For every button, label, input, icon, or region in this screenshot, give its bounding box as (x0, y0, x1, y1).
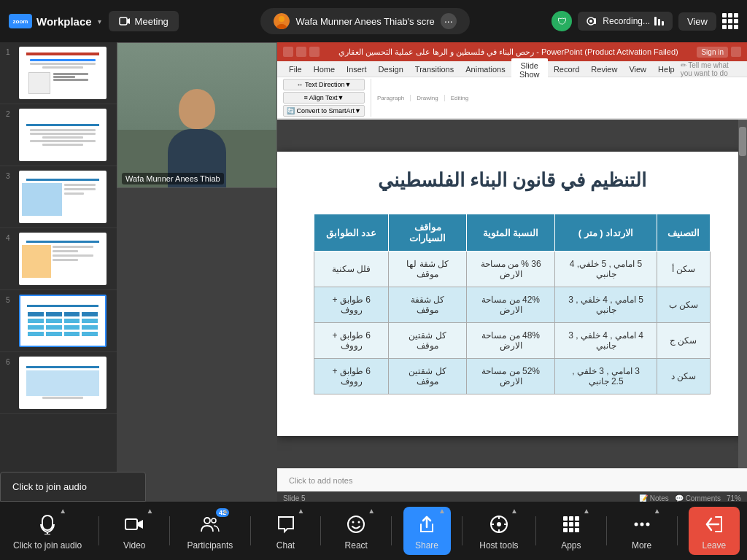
workplace-dropdown-arrow[interactable]: ▾ (98, 18, 101, 26)
meeting-more-icon[interactable]: ··· (441, 13, 457, 29)
convert-smart-btn[interactable]: 🔄 Convert to SmartArt▼ (283, 105, 365, 117)
cell-1-1: 5 امامي , 5 خلفي, 4 جانبي (555, 252, 657, 287)
svg-point-15 (352, 521, 355, 524)
slide-item-3[interactable]: 3 (0, 166, 117, 228)
slide-thumb-4 (19, 233, 107, 285)
participants-button[interactable]: 42 ▲ Participants (182, 507, 239, 555)
chat-caret[interactable]: ▲ (298, 507, 305, 515)
ribbon-tab-view[interactable]: View (623, 62, 652, 77)
join-audio-prompt[interactable]: Click to join audio (0, 472, 146, 502)
table-row-4: سكن د 3 امامي , 3 خلفي , 2.5 جانبي 52% م… (314, 359, 711, 394)
cell-1-0: سكن أ (657, 252, 710, 287)
share-button[interactable]: ▲ Share (403, 507, 451, 555)
cell-3-4: 6 طوابق + رووف (314, 323, 389, 359)
meeting-button[interactable]: Meeting (109, 11, 179, 31)
video-button[interactable]: ▲ Video (111, 507, 158, 555)
ppt-minimize-btn[interactable] (296, 47, 306, 57)
ppt-close-btn[interactable] (283, 47, 293, 57)
slide-item-5[interactable]: 5 (0, 290, 117, 352)
separator-8 (606, 516, 607, 545)
slide-item-2[interactable]: 2 (0, 104, 117, 166)
apps-caret[interactable]: ▲ (583, 507, 590, 515)
host-tools-button[interactable]: ▲ Host tools (473, 507, 524, 555)
zoom-icon: zoom (9, 14, 32, 28)
grid-view-icon[interactable] (722, 13, 738, 29)
table-row-3: سكن ج 4 امامي , 4 خلفي , 3 جانبي 48% من … (314, 323, 711, 359)
slide-item-4[interactable]: 4 (0, 228, 117, 290)
ppt-close-btn2[interactable] (731, 47, 741, 57)
audio-caret[interactable]: ▲ (59, 507, 66, 515)
participants-caret[interactable]: ▲ (222, 507, 229, 515)
react-label: React (345, 540, 368, 551)
col-header-2: النسبة المئوية (467, 214, 555, 252)
video-caret[interactable]: ▲ (146, 507, 153, 515)
align-text-btn[interactable]: ≡ Align Text▼ (283, 92, 365, 104)
apps-button[interactable]: ▲ Apps (547, 507, 595, 555)
share-caret[interactable]: ▲ (438, 507, 446, 515)
slide-table: التصنيف الارتداد ( متر ) النسبة المئوية … (314, 214, 711, 394)
slide-item-6[interactable]: 6 (0, 352, 117, 414)
ribbon-tab-slideshow[interactable]: Slide Show (511, 57, 548, 82)
leave-button[interactable]: Leave (689, 507, 740, 555)
notes-icon[interactable]: 📝 Notes (639, 494, 669, 502)
cell-4-1: 3 امامي , 3 خلفي , 2.5 جانبي (555, 359, 657, 394)
react-caret[interactable]: ▲ (368, 507, 375, 515)
ribbon-tab-transitions[interactable]: Transitions (409, 62, 460, 77)
participants-label: Participants (187, 540, 233, 551)
ppt-signin-btn[interactable]: Sign in (697, 47, 728, 58)
slide-item-1[interactable]: 1 (0, 42, 117, 104)
leave-icon-area (701, 511, 727, 537)
separator-9 (677, 516, 678, 545)
separator-3 (250, 516, 251, 545)
more-caret[interactable]: ▲ (654, 507, 661, 515)
ppt-maximize-btn[interactable] (309, 47, 320, 57)
ribbon-tab-design[interactable]: Design (373, 62, 409, 77)
ribbon-tab-help[interactable]: Help (652, 62, 681, 77)
cell-4-4: 6 طوابق + رووف (314, 359, 389, 394)
more-button[interactable]: ▲ More (618, 507, 665, 555)
ribbon-tab-file[interactable]: File (283, 62, 308, 77)
powerpoint-window: رحص البناء في فلسطين و الرها على عملية ا… (277, 42, 747, 502)
join-audio-button[interactable]: ▲ Click to join audio (7, 507, 88, 555)
slide-number-status: Slide 5 (283, 494, 306, 502)
ribbon-tab-insert[interactable]: Insert (341, 62, 373, 77)
slides-panel[interactable]: 1 (0, 42, 117, 502)
cell-2-0: سكن ب (657, 287, 710, 323)
view-label: View (687, 16, 708, 27)
ppt-scrollbar[interactable] (738, 120, 747, 468)
ppt-window-buttons (283, 47, 320, 57)
ribbon-content: ↔ Text Direction▼ ≡ Align Text▼ 🔄 Conver… (277, 77, 747, 120)
content-row: 1 (0, 42, 747, 502)
recording-button[interactable]: Recording... (578, 12, 673, 31)
main-presentation-area: Wafa Munner Anees Thiab رحص البناء في فل… (117, 42, 747, 502)
svg-point-19 (634, 523, 638, 526)
comments-icon[interactable]: 💬 Comments (675, 494, 721, 502)
ribbon-tab-record[interactable]: Record (548, 62, 585, 77)
cell-2-4: 6 طوابق + رووف (314, 287, 389, 323)
host-tools-caret[interactable]: ▲ (511, 507, 518, 515)
join-audio-label: Click to join audio (13, 540, 82, 551)
center-title-area: Wafa Munner Anees Thiab's scre ··· (186, 8, 545, 34)
ribbon-tab-home[interactable]: Home (308, 62, 341, 77)
editing-label: Editing (451, 95, 468, 101)
svg-point-16 (358, 521, 360, 524)
notes-area[interactable]: Click to add notes (277, 468, 747, 491)
view-button[interactable]: View (678, 12, 716, 31)
meeting-title-text: Wafa Munner Anees Thiab's scre (295, 16, 434, 27)
apps-label: Apps (561, 540, 581, 551)
ribbon-tab-animations[interactable]: Animations (460, 62, 511, 77)
slide-thumb-1 (19, 47, 107, 99)
ppt-status-bar: Slide 5 📝 Notes 💬 Comments 71% (277, 491, 747, 502)
ribbon-group-editing: Editing (451, 95, 468, 101)
separator-2 (169, 516, 170, 545)
chat-button[interactable]: ▲ Chat (262, 507, 309, 555)
apps-icon-area: ▲ (558, 511, 584, 537)
ribbon-tab-review[interactable]: Review (585, 62, 623, 77)
react-button[interactable]: ▲ React (333, 507, 380, 555)
col-header-3: مواقف السيارات (389, 214, 467, 252)
slide-title: التنظيم في قانون البناء الفلسطيني (378, 169, 647, 192)
ppt-scrollbar-thumb[interactable] (739, 127, 746, 156)
cell-1-2: 36 % من مساحة الارض (467, 252, 555, 287)
meeting-title-button[interactable]: Wafa Munner Anees Thiab's scre ··· (260, 8, 469, 34)
text-direction-btn[interactable]: ↔ Text Direction▼ (283, 79, 365, 90)
